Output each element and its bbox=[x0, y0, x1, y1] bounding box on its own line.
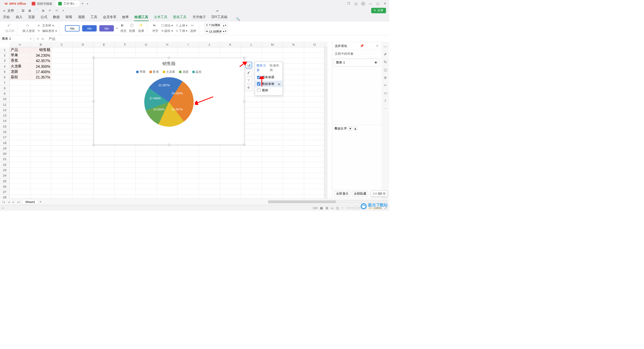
menu-tools[interactable]: 工具 bbox=[91, 15, 97, 21]
sheet-last-icon[interactable]: ▸Ⅰ bbox=[17, 200, 21, 204]
sheet-tab[interactable]: Sheet1 bbox=[22, 199, 38, 205]
menu-eff[interactable]: 效率 bbox=[122, 15, 129, 21]
chart-title[interactable]: 销售额 bbox=[94, 58, 244, 67]
menu-insert[interactable]: 插入 bbox=[16, 15, 22, 21]
chart-object[interactable]: 销售额 苹果香蕉火龙果龙眼荔枝 34.230%42.357%24.300%17.… bbox=[94, 58, 245, 145]
chk-chart-title[interactable]: 图表标题 bbox=[255, 74, 282, 81]
status-ime[interactable]: CH bbox=[313, 206, 317, 210]
dropdown-icon[interactable]: ▾ bbox=[61, 8, 66, 13]
menu-data[interactable]: 数据 bbox=[53, 15, 60, 21]
view-page-icon[interactable]: ▭ bbox=[331, 206, 334, 210]
chevron-right-icon[interactable]: ▶ bbox=[278, 83, 280, 86]
chart-settings-icon[interactable]: ⚙ bbox=[246, 84, 252, 91]
menu-diy[interactable]: DIY工具箱 bbox=[212, 15, 227, 21]
popup-tab-layout[interactable]: 快速布局 bbox=[270, 63, 281, 72]
pie-chart[interactable]: 34.230%42.357%24.300%17.400%21.357% bbox=[144, 77, 194, 127]
menu-view[interactable]: 视图 bbox=[78, 15, 85, 21]
zoom-out-icon[interactable]: − bbox=[342, 206, 343, 210]
menu-text[interactable]: 文本工具 bbox=[154, 15, 167, 21]
chk-legend[interactable]: 图例 bbox=[255, 87, 282, 94]
column-headers[interactable]: ABCDEFGHIJKLMNO bbox=[10, 42, 328, 48]
fill-button[interactable]: ◐填充 bbox=[120, 23, 127, 33]
chart-elements-icon[interactable]: 📊 bbox=[246, 62, 252, 68]
eye-icon[interactable]: 👁 bbox=[374, 61, 377, 64]
vertical-scrollbar[interactable] bbox=[324, 47, 327, 198]
undo-icon[interactable]: ↶ bbox=[48, 8, 52, 13]
outline-button[interactable]: ◯轮廓 bbox=[129, 23, 136, 33]
settings2-icon[interactable]: ⇆ bbox=[384, 60, 387, 64]
export-icon[interactable]: 🗎 bbox=[41, 8, 46, 13]
shape-style-2[interactable]: Abc bbox=[82, 25, 97, 32]
view-normal-icon[interactable]: ▦ bbox=[320, 206, 323, 210]
view-read-icon[interactable]: ◫ bbox=[336, 206, 339, 210]
hamburger-icon[interactable]: ≡ bbox=[3, 8, 5, 12]
help-icon[interactable]: ? bbox=[384, 99, 386, 103]
width-input[interactable]: ⇔ ▲▼ bbox=[204, 29, 228, 34]
tab-menu-button[interactable]: ▾ bbox=[85, 1, 90, 6]
share-button[interactable]: ✎ 分享 bbox=[371, 8, 386, 13]
menu-formula[interactable]: 公式 bbox=[41, 15, 47, 21]
cloud-icon[interactable]: ☁ bbox=[216, 8, 220, 12]
edit-shape-button[interactable]: ✎编辑形状 ▾ bbox=[38, 29, 57, 33]
formula-input[interactable]: 产品 bbox=[47, 35, 389, 42]
tab-template[interactable]: 找稻壳模板 bbox=[29, 1, 55, 6]
menu-ff[interactable]: 方方格子 bbox=[193, 15, 206, 21]
sheet-prev-icon[interactable]: ◂ bbox=[7, 200, 10, 204]
send-back-button[interactable]: ⇩ 下移 ▾ bbox=[176, 29, 187, 33]
shape-style-3[interactable]: Abc bbox=[99, 25, 114, 32]
minimize-icon[interactable]: — bbox=[368, 2, 372, 6]
effects-button[interactable]: ✨效果 bbox=[138, 23, 145, 33]
cube-icon[interactable]: ◱ bbox=[354, 2, 358, 6]
row-headers[interactable]: 1234567891011121314151617181920212223242… bbox=[0, 47, 10, 198]
align-button[interactable]: ⇆对齐 bbox=[152, 23, 159, 33]
group-button[interactable]: ☐ 组合 ▾ bbox=[161, 23, 173, 28]
cancel-fx-icon[interactable]: ✕ bbox=[37, 37, 39, 41]
preview-icon[interactable]: 📄 bbox=[34, 8, 39, 13]
new-tab-button[interactable]: + bbox=[80, 1, 85, 6]
file-menu[interactable]: 文件 bbox=[7, 8, 14, 13]
rotate-button[interactable]: ↻ 旋转 ▾ bbox=[161, 29, 173, 33]
pane-item-chart[interactable]: 图表 1👁 bbox=[334, 58, 380, 66]
menu-member[interactable]: 会员专享 bbox=[103, 15, 116, 21]
shape-style-more[interactable]: ▾ bbox=[116, 27, 118, 30]
mode-icon[interactable]: ⌗ bbox=[2, 206, 4, 210]
pin-icon[interactable]: 📌 bbox=[360, 44, 364, 48]
print-icon[interactable]: 🖶 bbox=[28, 8, 32, 13]
avatar[interactable] bbox=[361, 2, 365, 6]
chart-legend[interactable]: 苹果香蕉火龙果龙眼荔枝 bbox=[94, 66, 244, 76]
sheet-first-icon[interactable]: Ⅰ◂ bbox=[2, 200, 6, 204]
add-sheet-button[interactable]: + bbox=[40, 200, 42, 204]
stack-up-icon[interactable]: ▴ bbox=[354, 127, 357, 131]
height-input[interactable]: ⇳ ▲▼ bbox=[204, 23, 228, 28]
menu-review[interactable]: 审阅 bbox=[65, 15, 72, 21]
fx-icon[interactable]: fx bbox=[42, 37, 44, 41]
popup-tab-elements[interactable]: 图表元素 bbox=[257, 63, 268, 72]
close-pane-icon[interactable]: ✕ bbox=[376, 44, 379, 48]
chart-brush-icon[interactable]: 🖌 bbox=[246, 69, 252, 76]
tab-workbook[interactable]: 工作簿1• bbox=[56, 1, 79, 6]
menu-chart[interactable]: 图表工具 bbox=[173, 15, 186, 21]
collapse-icon[interactable]: — bbox=[383, 44, 387, 48]
fn-icon[interactable]: ⊕ bbox=[384, 76, 387, 80]
textbox-button[interactable]: A文本框 ▾ bbox=[38, 23, 57, 28]
menu-start[interactable]: 开始 bbox=[3, 15, 10, 21]
rect-icon[interactable]: ▭ bbox=[384, 91, 387, 95]
select-button[interactable]: ▭选择 bbox=[190, 23, 197, 33]
hide-all-button[interactable]: 全部隐藏 bbox=[352, 191, 368, 197]
select-tool-icon[interactable]: ⬈ bbox=[384, 52, 387, 56]
search-icon[interactable]: 🔍 bbox=[236, 17, 240, 21]
more-icon[interactable]: ⋯ bbox=[383, 107, 387, 111]
tab-wps[interactable]: WWPS Office bbox=[2, 1, 29, 6]
name-box[interactable]: 图表 1▾ bbox=[0, 35, 34, 42]
view-grid-icon[interactable]: ⊞ bbox=[326, 206, 328, 210]
spreadsheet-grid[interactable]: ABCDEFGHIJKLMNO 123456789101112131415161… bbox=[0, 42, 332, 199]
close-icon[interactable]: ✕ bbox=[383, 2, 387, 6]
shape-style-1[interactable]: Abc bbox=[65, 25, 79, 32]
scissors-icon[interactable]: ✂ bbox=[384, 83, 387, 87]
chk-data-labels[interactable]: 数据标签▶ bbox=[255, 81, 282, 87]
save-icon[interactable]: 🖫 bbox=[20, 8, 25, 13]
chart-filter-icon[interactable]: ▽ bbox=[246, 77, 252, 84]
format-painter-button[interactable]: 🖌格式刷 bbox=[5, 23, 15, 33]
maximize-icon[interactable]: ▢ bbox=[376, 2, 380, 6]
layout-icon[interactable]: ◫ bbox=[384, 68, 387, 72]
